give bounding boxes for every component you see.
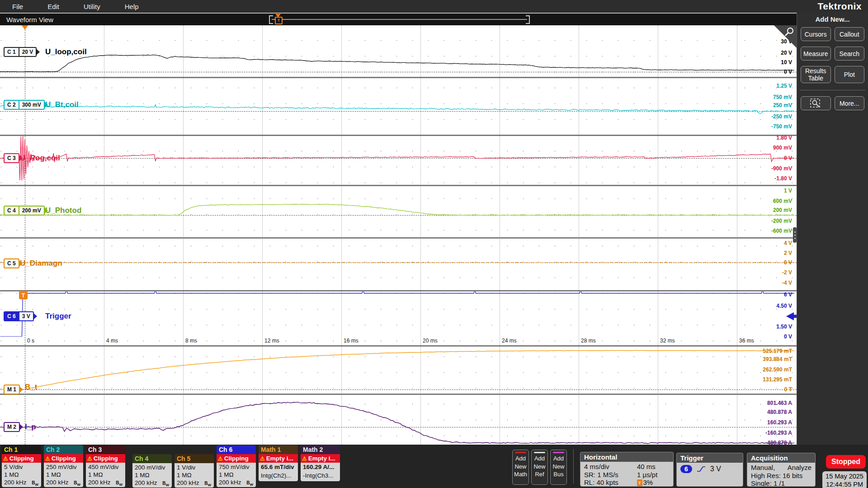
sample-interval: 1 µs/pt [637, 471, 670, 479]
acquisition-panel[interactable]: Acquisition Manual,Analyze High Res: 16 … [747, 453, 816, 487]
sidebar-button-cursors[interactable]: Cursors [801, 27, 831, 41]
badge-row: 65.6 mT/div [261, 463, 296, 472]
channel-settings-badge-ch6[interactable]: Ch 6⚠Clipping750 mV/div1 MΩ200 kHzBW [217, 445, 256, 487]
channel-settings-badge-ch1[interactable]: Ch 1⚠Clipping5 V/div1 MΩ200 kHzBW [2, 445, 41, 487]
bandwidth-limit-icon: BW [204, 479, 211, 488]
waveform-view: Waveform View T 0 s4 ms8 ms12 ms16 ms20 … [0, 13, 797, 445]
channel-settings-badge-ch3[interactable]: Ch 3⚠Clipping450 mV/div1 MΩ200 kHzBW [86, 445, 125, 487]
acquisition-analyze: Analyze [788, 464, 811, 472]
trigger-level-arrow-icon[interactable] [786, 312, 794, 320]
add-new-math-button[interactable]: Add New Math [512, 450, 529, 485]
trigger-panel[interactable]: Trigger 6 3 V [676, 453, 743, 487]
axis-label-m2: 801.463 A [767, 400, 792, 406]
channel-badge-c4[interactable]: C 4200 mV [4, 206, 45, 216]
channel-badge-c6[interactable]: C 63 V [4, 311, 34, 321]
trigger-level: 3 V [710, 465, 721, 473]
channel-settings-badge-ch4[interactable]: Ch 4200 mV/div1 MΩ200 kHzBW [132, 454, 172, 488]
band-separator [0, 394, 797, 395]
axis-label-c5: 2 V [784, 250, 792, 256]
axis-label-c2: 1.25 V [776, 83, 792, 89]
channel-settings-badge-ch2[interactable]: Ch 2⚠Clipping250 mV/div1 MΩ200 kHzBW [44, 445, 83, 487]
badge-row: 200 kHzBW [88, 479, 123, 486]
axis-label-c3: -900 mV [771, 165, 792, 172]
sidebar-button-results-table[interactable]: Results Table [801, 66, 831, 83]
badge-body: 160.29 A/...-Intg(Ch3... [301, 463, 340, 481]
acquisition-resolution: High Res: 16 bits [751, 472, 802, 480]
waveform-view-titlebar: Waveform View T [0, 13, 797, 25]
time-axis-label: 0 s [27, 338, 34, 344]
channel-badge-scale: 300 mV [19, 101, 44, 109]
horizontal-position-overview[interactable]: T [269, 15, 530, 24]
menu-utility[interactable]: Utility [71, 3, 113, 10]
add-new-ref-button[interactable]: Add New Ref [531, 450, 548, 485]
overview-trigger-marker-icon[interactable]: T [275, 17, 283, 24]
channel-badge-c3[interactable]: C 3 [4, 153, 19, 163]
band-separator [0, 135, 797, 136]
channel-badge-c1[interactable]: C 120 V [4, 47, 37, 57]
channel-badge-pointer [44, 207, 48, 214]
badge-row: 200 mV/div [135, 464, 170, 471]
sidebar-button-search[interactable]: Search [835, 47, 865, 61]
warning-text: Clipping [9, 455, 34, 462]
more-button[interactable]: More... [835, 96, 865, 110]
channel-settings-badge-ch5[interactable]: Ch 51 V/div1 MΩ200 kHzBW [175, 454, 214, 488]
zoom-select-button[interactable] [801, 96, 831, 110]
axis-label-c4: 600 mV [773, 198, 792, 204]
acquisition-single: Single: 1 /1 [751, 479, 785, 487]
channel-badge-c5[interactable]: C 5 [4, 258, 19, 268]
channel-badge-c2[interactable]: C 2300 mV [4, 100, 45, 110]
time-axis-label: 8 ms [185, 338, 197, 344]
view-splitter-handle[interactable] [793, 227, 797, 243]
channel-badge-id: C 2 [5, 101, 19, 109]
bandwidth-limit-icon: BW [32, 479, 38, 487]
badge-header: Ch 6 [217, 445, 256, 454]
warning-text: Empty i... [308, 455, 335, 462]
add-new-bus-button[interactable]: Add New Bus [550, 450, 567, 485]
horizontal-panel[interactable]: Horizontal 4 ms/div40 ms SR: 1 MS/s1 µs/… [580, 452, 674, 487]
trigger-position-marker-icon[interactable] [22, 25, 28, 33]
trace-c6 [0, 289, 794, 337]
channel-badge-m1[interactable]: M 1 [4, 385, 20, 394]
sidebar-button-plot[interactable]: Plot [835, 66, 865, 83]
horizontal-window: 40 ms [637, 463, 670, 471]
channel-badge-id: C 1 [5, 48, 19, 56]
axis-label-c3: 1.80 V [776, 135, 792, 141]
magnifier-icon [783, 27, 795, 38]
axis-label-m1: 262.590 mT [763, 366, 792, 373]
badge-body: 65.6 mT/divIntg(Ch2)... [259, 463, 298, 481]
axis-label-c4: -600 mV [771, 228, 792, 234]
trigger-level-arrow-tail [793, 315, 797, 318]
menu-file[interactable]: File [0, 3, 35, 10]
channel-label-c1: U_loop,coil [45, 47, 87, 56]
sidebar-button-measure[interactable]: Measure [801, 47, 831, 61]
badge-header: Ch 4 [132, 454, 172, 463]
channel-settings-badge-math2[interactable]: Math 2⚠Empty i...160.29 A/...-Intg(Ch3..… [301, 445, 340, 481]
channel-badge-id: C 3 [5, 154, 19, 162]
axis-label-c3: -1.80 V [774, 175, 792, 182]
axis-label-c4: 200 mV [773, 207, 792, 213]
axis-label-c2: 250 mV [773, 102, 792, 108]
add-button-accent [515, 452, 526, 453]
badge-warning: ⚠Empty i... [301, 454, 340, 463]
record-length: RL: 40 kpts [584, 479, 618, 487]
badge-header: Ch 3 [86, 445, 125, 454]
warning-icon: ⚠ [3, 455, 8, 462]
date-text: 15 May 2025 [822, 472, 867, 480]
trigger-source-badge-icon[interactable]: T [19, 291, 28, 300]
channel-badge-pointer [19, 260, 23, 267]
datetime-display: 15 May 2025 12:44:55 PM [822, 471, 867, 488]
axis-label-c6: 4.50 V [776, 303, 792, 309]
run-stop-status[interactable]: Stopped [826, 455, 866, 469]
badge-header: Ch 5 [175, 454, 214, 463]
menu-help[interactable]: Help [113, 3, 151, 10]
tektronix-logo: Tektronix [818, 1, 862, 12]
waveform-graticule[interactable]: 0 s4 ms8 ms12 ms16 ms20 ms24 ms28 ms32 m… [0, 25, 797, 445]
badge-row: 1 MΩ [88, 471, 123, 479]
axis-label-c5: -4 V [782, 280, 792, 286]
channel-settings-badge-math1[interactable]: Math 1⚠Empty i...65.6 mT/divIntg(Ch2)... [259, 445, 298, 481]
channel-badge-m2[interactable]: M 2 [4, 422, 20, 432]
channel-label-c3: U_Rog,coil [20, 154, 60, 163]
trace-c1 [0, 55, 794, 72]
sidebar-button-callout[interactable]: Callout [835, 27, 865, 41]
menu-edit[interactable]: Edit [35, 3, 71, 10]
